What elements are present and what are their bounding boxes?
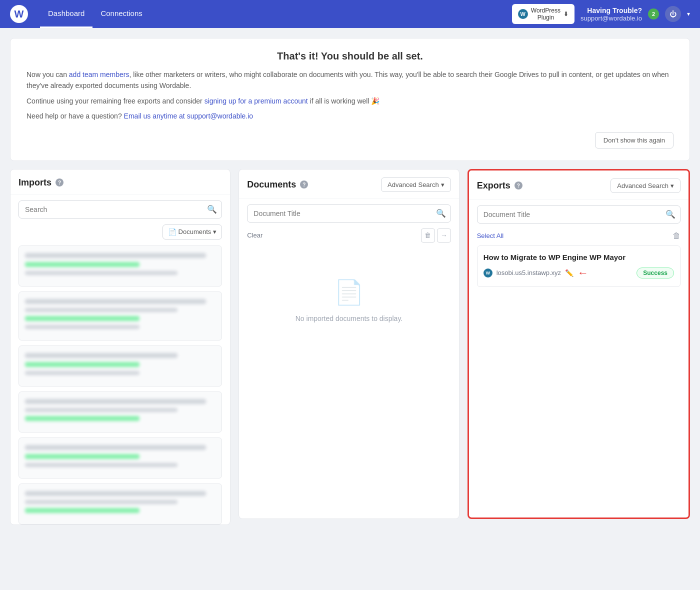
blur-line [25,262,140,267]
exports-search-button[interactable]: 🔍 [666,210,676,219]
list-item [18,346,222,386]
documents-empty-state: 📄 No imported documents to display. [239,248,458,352]
blur-line [25,491,206,496]
blur-line [25,316,140,321]
adv-search-chevron-icon: ▾ [441,181,444,188]
imports-search-input[interactable] [18,200,222,218]
wp-plugin-label: WordPressPlugin [531,7,560,22]
blur-line [25,271,178,275]
imports-search-container: 🔍 [10,194,230,224]
navbar-logo: W [10,5,28,23]
list-item [18,246,222,286]
exports-panel-header: Exports ? Advanced Search ▾ [469,170,688,200]
navigation-arrows: 🗑 → [421,228,451,242]
documents-filter-button[interactable]: 📄 Documents ▾ [162,224,222,240]
premium-account-link[interactable]: signing up for a premium account [204,97,308,105]
exports-adv-search-button[interactable]: Advanced Search ▾ [610,178,680,193]
blur-line [25,408,178,412]
documents-search-input[interactable] [247,204,450,222]
welcome-paragraph-1: Now you can add team members, like other… [26,69,674,92]
exports-select-all-row: Select All 🗑 [469,230,688,246]
documents-empty-text: No imported documents to display. [296,314,403,322]
export-item-url: losobi.us5.instawp.xyz [496,269,561,276]
power-icon: ⏻ [670,10,676,18]
imports-help-icon[interactable]: ? [56,178,64,186]
export-item-meta: W losobi.us5.instawp.xyz ✏️ ← Success [484,266,674,280]
imports-filter-row: 📄 Documents ▾ [10,224,230,246]
export-item-title: How to Migrate to WP Engine WP Mayor [484,253,674,262]
imports-list [10,246,230,524]
exports-search-container: 🔍 [469,200,688,230]
list-item [18,292,222,340]
next-arrow-button[interactable]: → [437,228,451,242]
blur-line [25,371,140,375]
download-icon: ⬇ [564,10,568,18]
list-item [18,438,222,478]
welcome-paragraph-3: Need help or have a question? Email us a… [26,110,674,122]
documents-adv-search-button[interactable]: Advanced Search ▾ [381,178,451,192]
wordpress-icon: W [518,9,528,19]
support-info: Having Trouble? support@wordable.io [580,6,642,22]
blur-line [25,445,206,450]
imports-panel: Imports ? 🔍 📄 Documents ▾ [10,169,230,525]
exports-help-icon[interactable]: ? [514,182,522,190]
documents-search-wrap: 🔍 [247,204,450,222]
export-status-badge: Success [636,268,674,278]
export-edit-icon[interactable]: ✏️ [565,269,574,277]
exports-trash-icon[interactable]: 🗑 [672,232,680,240]
imports-panel-header: Imports ? [10,170,230,194]
dont-show-button[interactable]: Don't show this again [595,132,674,148]
blur-line [25,416,140,421]
prev-arrow-button[interactable]: 🗑 [421,228,435,242]
blur-line [25,500,178,504]
nav-item-connections[interactable]: Connections [92,0,150,28]
add-team-members-link[interactable]: add team members [69,70,130,78]
list-item [18,484,222,524]
blur-line [25,508,140,513]
exports-title: Exports [477,180,510,191]
blur-line [25,353,178,358]
documents-toolbar: Clear 🗑 → [239,228,458,248]
blur-line [25,454,140,459]
panels-container: Imports ? 🔍 📄 Documents ▾ [10,169,690,525]
filter-chevron-icon: ▾ [213,228,216,236]
imports-title: Imports [18,178,52,188]
export-list-item: How to Migrate to WP Engine WP Mayor W l… [477,246,680,287]
account-chevron-icon[interactable]: ▾ [687,10,690,18]
blur-line [25,253,206,258]
nav-item-dashboard[interactable]: Dashboard [40,0,92,28]
documents-help-icon[interactable]: ? [300,180,308,188]
imports-search-wrap: 🔍 [18,200,222,218]
blur-line [25,399,206,404]
support-email-link[interactable]: Email us anytime at support@wordable.io [124,112,254,120]
documents-search-container: 🔍 [239,198,458,228]
export-wp-icon: W [484,268,492,278]
documents-title: Documents [247,180,296,190]
wp-plugin-button[interactable]: W WordPressPlugin ⬇ [512,4,574,24]
notification-badge[interactable]: 2 [648,8,659,20]
empty-document-icon: 📄 [334,278,364,306]
power-button[interactable]: ⏻ [665,6,681,22]
blur-line [25,308,178,312]
exports-search-input[interactable] [477,206,680,224]
welcome-title: That's it! You should be all set. [26,50,674,62]
documents-search-button[interactable]: 🔍 [436,208,446,218]
blur-line [25,463,178,467]
navbar-right: W WordPressPlugin ⬇ Having Trouble? supp… [512,4,690,24]
exports-panel: Exports ? Advanced Search ▾ 🔍 Select All… [468,169,690,519]
navbar-nav: Dashboard Connections [40,0,150,28]
list-item [18,392,222,432]
documents-panel: Documents ? Advanced Search ▾ 🔍 Clear 🗑 … [238,169,459,519]
blur-line [25,362,140,367]
documents-filter-icon: 📄 [168,228,176,236]
imports-search-button[interactable]: 🔍 [207,204,217,214]
welcome-banner: That's it! You should be all set. Now yo… [10,38,690,161]
navbar: W Dashboard Connections W WordPressPlugi… [0,0,700,28]
clear-button[interactable]: Clear [247,228,262,242]
select-all-button[interactable]: Select All [477,232,504,240]
export-red-arrow-icon: ← [578,266,588,280]
exports-adv-search-chevron-icon: ▾ [670,182,674,190]
welcome-paragraph-2: Continue using your remaining free expor… [26,96,674,106]
blur-line [25,299,206,304]
blur-line [25,325,140,329]
